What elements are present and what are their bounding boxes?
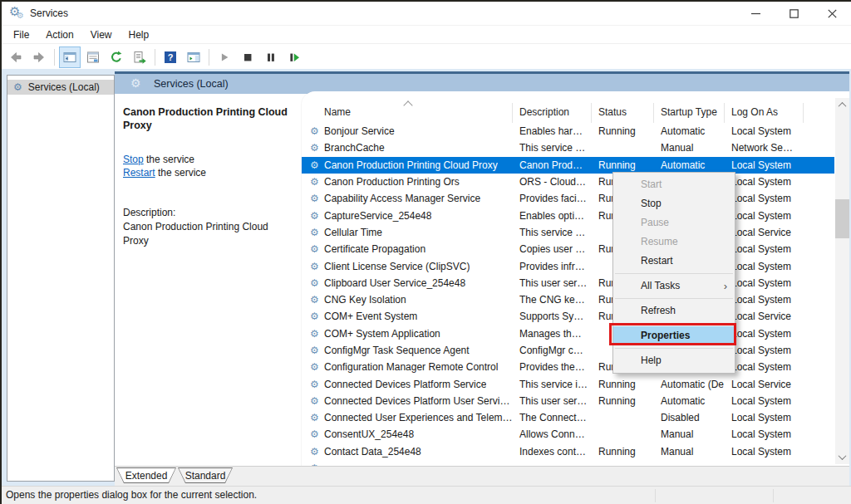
table-row[interactable]: ⚙BranchCacheThis service …ManualNetwork … [302, 139, 834, 156]
back-button[interactable] [5, 46, 27, 68]
service-name-text: Connected Devices Platform User Servi… [324, 395, 509, 407]
forward-button[interactable] [28, 46, 50, 68]
log-on-as-cell: Network Se… [725, 139, 804, 156]
startup-type-cell: Automatic [654, 393, 725, 409]
minimize-button[interactable] [736, 2, 775, 25]
table-row[interactable]: ⚙Canon Production Printing OrsORS - Clou… [302, 174, 834, 190]
column-header-description[interactable]: Description [513, 103, 592, 123]
log-on-as-cell: Local System [725, 257, 804, 274]
table-row[interactable]: ⚙Configuration Manager Remote ControlPro… [302, 359, 834, 375]
name-cell: ⚙Canon Production Printing Cloud Proxy [302, 157, 513, 174]
scrollbar-thumb[interactable] [835, 199, 849, 238]
table-row[interactable]: ⚙CNG Key IsolationThe CNG ke…RunningLoca… [302, 291, 834, 308]
service-name-text: Capability Access Manager Service [324, 193, 480, 204]
startup-type-cell: Automatic [654, 157, 725, 174]
description-cell: Indexes cont… [513, 443, 592, 460]
service-icon: ⚙ [310, 396, 319, 406]
results-pane: ⚙ Services (Local) Canon Production Prin… [115, 71, 849, 486]
name-cell: ⚙Clipboard User Service_254e48 [302, 275, 513, 291]
table-row[interactable]: ⚙Connected User Experiences and Telem…Th… [302, 409, 834, 426]
service-name-text: ConsentUX_254e48 [324, 428, 414, 440]
scroll-down-button[interactable] [835, 450, 849, 464]
status-cell: Running [592, 443, 654, 460]
export-list-button[interactable] [129, 46, 150, 68]
title-bar[interactable]: ⚙ ⚙ Services [2, 2, 851, 25]
description-cell: Copies user … [513, 241, 592, 257]
description-cell: Provides infr… [513, 257, 592, 274]
table-row[interactable]: ⚙CaptureService_254e48Enables opti…Runni… [302, 207, 834, 223]
menu-view[interactable]: View [82, 26, 121, 44]
table-row[interactable]: ⚙Capability Access Manager ServiceProvid… [302, 190, 834, 207]
table-row[interactable]: ⚙Bonjour ServiceEnables har…RunningAutom… [302, 123, 834, 139]
results-header-title: Services (Local) [154, 74, 229, 94]
show-action-pane-button[interactable] [183, 46, 204, 68]
toolbar-separator [54, 49, 55, 66]
refresh-button[interactable] [106, 46, 127, 68]
startup-type-cell: Manual [654, 443, 725, 460]
vertical-scrollbar[interactable] [835, 98, 849, 464]
column-header-startup-type[interactable]: Startup Type [654, 103, 725, 123]
close-button[interactable] [813, 2, 851, 25]
table-row[interactable]: ⚙COM+ Event SystemSupports Sy…RunningLoc… [302, 308, 834, 325]
service-name-text: Cellular Time [324, 227, 382, 238]
context-menu-item-help[interactable]: Help [613, 351, 735, 370]
service-name-text: Connected Devices Platform Service [324, 379, 486, 390]
properties-icon [86, 50, 101, 65]
log-on-as-cell: Local System [725, 291, 804, 308]
tab-label: Standard [179, 468, 232, 482]
context-menu-item-all-tasks[interactable]: All Tasks› [613, 276, 735, 296]
table-row[interactable]: ⚙Contact Data_254e48Indexes cont…Running… [302, 443, 834, 460]
name-cell: ⚙Cellular Time [302, 224, 513, 241]
table-row[interactable]: ⚙COM+ System ApplicationManages th…Local… [302, 325, 834, 342]
log-on-as-cell: Local System [725, 157, 804, 174]
table-row[interactable]: ⚙Cellular TimeThis service …Local Servic… [302, 224, 834, 241]
restart-service-button[interactable] [283, 46, 305, 68]
description-cell: This user ser… [513, 393, 592, 409]
service-icon: ⚙ [310, 277, 319, 287]
menu-help[interactable]: Help [121, 26, 158, 44]
services-icon: ⚙ [130, 77, 141, 89]
column-header-log-on-as[interactable]: Log On As [725, 103, 804, 123]
scroll-up-button[interactable] [835, 98, 849, 112]
start-service-button[interactable] [214, 46, 235, 68]
tab-extended[interactable]: Extended [116, 467, 176, 483]
table-row[interactable]: ⚙Client License Service (ClipSVC)Provide… [302, 257, 834, 274]
context-menu-item-stop[interactable]: Stop [613, 194, 735, 213]
menu-action[interactable]: Action [37, 26, 81, 44]
context-menu-item-resume[interactable]: Resume [613, 232, 735, 252]
menu-separator [613, 271, 735, 276]
service-icon: ⚙ [310, 261, 319, 271]
description-label: Description: [123, 206, 293, 220]
status-separator [655, 489, 656, 502]
tab-standard[interactable]: Standard [178, 467, 233, 483]
description-cell: Enables har… [513, 123, 592, 139]
help-button[interactable]: ? [160, 46, 181, 68]
maximize-button[interactable] [775, 2, 813, 25]
table-row[interactable]: ⚙Connected Devices Platform User Servi…T… [302, 393, 834, 409]
menu-file[interactable]: File [5, 26, 37, 44]
restart-service-link[interactable]: Restart [123, 167, 155, 179]
table-row[interactable]: ⚙Certificate PropagationCopies user …Run… [302, 241, 834, 257]
context-menu-item-refresh[interactable]: Refresh [613, 301, 735, 321]
pause-service-button[interactable] [260, 46, 282, 68]
table-row[interactable]: ⚙Clipboard User Service_254e48This user … [302, 275, 834, 291]
table-row[interactable]: ⚙ConsentUX_254e48Allows Conn…ManualLocal… [302, 426, 834, 443]
log-on-as-cell: Local System [725, 342, 804, 359]
table-row[interactable]: ⚙ConfigMgr Task Sequence AgentConfigMgr … [302, 342, 834, 359]
table-row[interactable]: ⚙Connected Devices Platform ServiceThis … [302, 375, 834, 392]
name-cell: ⚙ConfigMgr Task Sequence Agent [302, 342, 513, 359]
show-console-tree-button[interactable] [59, 46, 81, 68]
context-menu-item-pause[interactable]: Pause [613, 213, 735, 232]
properties-button[interactable] [82, 46, 104, 68]
column-header-status[interactable]: Status [592, 103, 654, 123]
context-menu-item-start[interactable]: Start [613, 175, 735, 194]
service-name-text: Bonjour Service [324, 125, 395, 137]
table-row-selected[interactable]: ⚙Canon Production Printing Cloud ProxyCa… [302, 157, 834, 174]
context-menu-item-restart[interactable]: Restart [613, 252, 735, 271]
description-cell: Enables opti… [513, 207, 592, 223]
stop-service-button[interactable] [237, 46, 258, 68]
menu-separator [613, 296, 735, 301]
service-icon: ⚙ [310, 328, 319, 338]
tree-item-services-local[interactable]: ⚙Services (Local) [7, 80, 114, 95]
stop-service-link[interactable]: Stop [123, 154, 144, 165]
